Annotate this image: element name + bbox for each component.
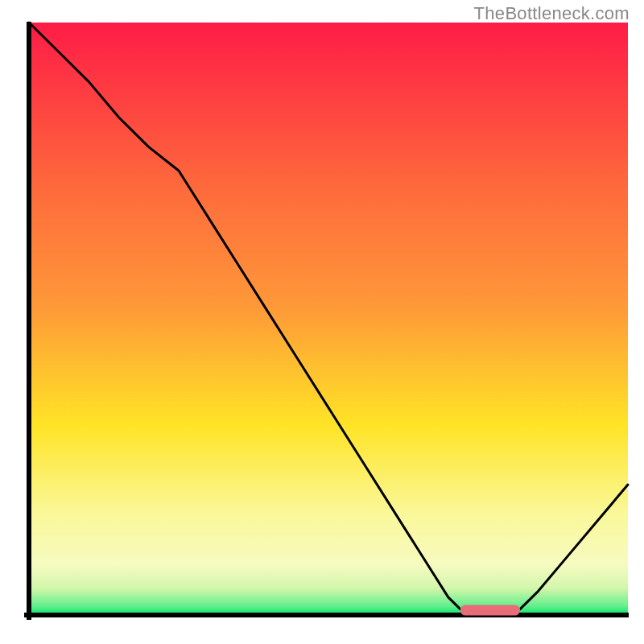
chart-stage: TheBottleneck.com <box>0 0 644 644</box>
bottleneck-chart <box>0 0 644 644</box>
watermark-text: TheBottleneck.com <box>474 3 630 24</box>
plot-gradient-bg <box>29 23 628 615</box>
optimal-zone-marker <box>460 605 520 616</box>
